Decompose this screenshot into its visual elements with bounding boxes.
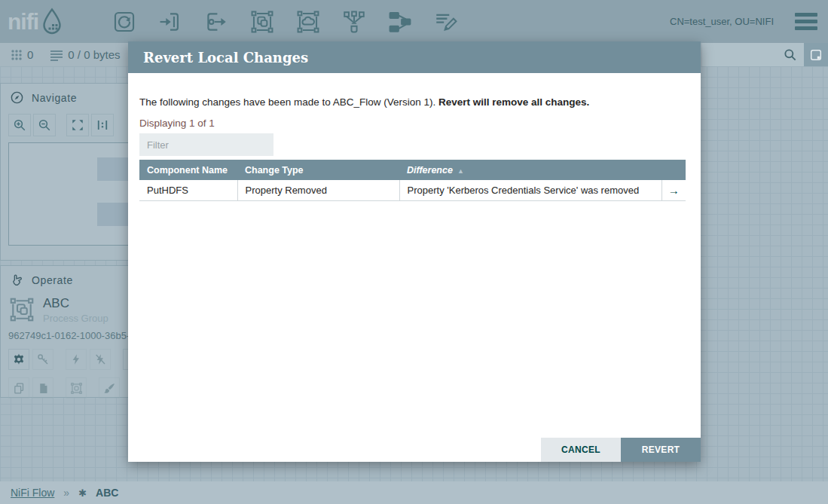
access-policies-button[interactable] [32,349,53,370]
queued-icon [50,49,63,61]
template-icon[interactable] [387,8,414,36]
cell-difference: Property 'Kerberos Credentials Service' … [399,180,661,200]
revert-local-changes-dialog: Revert Local Changes The following chang… [128,41,701,462]
column-component-name[interactable]: Component Name [139,160,237,180]
input-port-icon[interactable] [157,8,184,36]
note-icon [809,48,823,62]
displaying-count: Displaying 1 of 1 [139,118,215,129]
nifi-application: nifi [0,0,828,504]
remote-process-group-icon[interactable] [295,8,322,36]
lightning-icon [70,353,82,365]
table-row[interactable]: PutHDFS Property Removed Property 'Kerbe… [139,180,686,200]
header-right: CN=test_user, OU=NIFI [670,13,817,30]
goto-component-button[interactable]: → [668,184,680,197]
enable-button[interactable] [66,349,87,370]
process-group-icon[interactable] [249,8,276,36]
gear-icon [12,353,26,366]
nifi-logo: nifi [8,7,94,37]
cell-change-type: Property Removed [237,180,399,200]
dialog-title: Revert Local Changes [143,50,308,66]
search-icon [783,47,798,63]
output-port-icon[interactable] [203,8,230,36]
filter-input[interactable] [139,133,273,156]
disable-button[interactable] [90,349,111,370]
paste-button[interactable] [32,377,53,399]
processor-icon[interactable] [111,8,138,36]
zoom-out-button[interactable] [33,114,56,136]
active-threads-icon [11,49,23,61]
cell-component-name: PutHDFS [139,180,237,200]
process-group-icon [8,296,35,323]
global-menu-button[interactable] [795,13,817,30]
zoom-in-icon [13,118,26,132]
zoom-out-icon [38,118,51,132]
hand-icon [10,273,24,287]
group-selection-icon [70,382,83,395]
lightning-slash-icon [94,353,106,365]
copy-icon [13,382,26,395]
breadcrumb: NiFi Flow » ✱ ABC [0,481,828,504]
component-type: Process Group [43,313,108,324]
breadcrumb-root-link[interactable]: NiFi Flow [11,487,54,499]
column-difference[interactable]: Difference▲ [399,160,661,180]
change-color-button[interactable] [99,377,120,399]
search-input[interactable] [702,43,804,66]
component-toolbar [111,8,460,36]
cancel-button[interactable]: CANCEL [541,438,621,462]
zoom-fit-button[interactable] [66,114,89,136]
brush-icon [103,382,116,395]
column-actions [661,160,686,180]
copy-button[interactable] [8,377,29,399]
dialog-header: Revert Local Changes [128,41,701,73]
bulletin-button[interactable] [804,43,828,66]
dialog-message-emphasis: Revert will remove all changes. [438,96,589,108]
breadcrumb-separator: » [63,487,69,499]
breadcrumb-current: ABC [96,487,118,499]
current-user: CN=test_user, OU=NIFI [670,16,774,27]
zoom-actual-size-icon [96,118,109,132]
sort-ascending-icon: ▲ [457,167,464,175]
paste-icon [37,382,50,395]
compass-icon [10,90,24,105]
table-header-row: Component Name Change Type Difference▲ [139,160,686,180]
navigate-title: Navigate [32,92,77,104]
zoom-actual-size-button[interactable] [91,114,114,136]
active-threads-stat: 0 [11,48,33,61]
group-button[interactable] [66,377,87,399]
nifi-drop-icon [38,7,66,37]
zoom-fit-icon [71,118,84,132]
column-change-type[interactable]: Change Type [237,160,399,180]
operate-title: Operate [32,274,73,286]
nifi-logo-text: nifi [8,9,38,35]
queued-stat: 0 / 0 bytes [50,48,120,61]
key-icon [36,353,50,366]
configuration-button[interactable] [8,349,29,370]
zoom-in-button[interactable] [8,114,31,136]
component-name: ABC [43,296,108,311]
revert-button[interactable]: REVERT [621,438,701,462]
app-header: nifi [0,0,828,43]
differences-table: Component Name Change Type Difference▲ P… [139,160,686,201]
label-icon[interactable] [432,8,460,36]
local-changes-asterisk-icon: ✱ [78,487,87,499]
queued-count: 0 / 0 bytes [68,48,120,61]
active-threads-count: 0 [27,48,33,61]
funnel-icon[interactable] [341,8,368,36]
dialog-footer: CANCEL REVERT [541,438,701,462]
hamburger-icon [795,13,817,17]
dialog-message: The following changes have been made to … [139,96,589,108]
